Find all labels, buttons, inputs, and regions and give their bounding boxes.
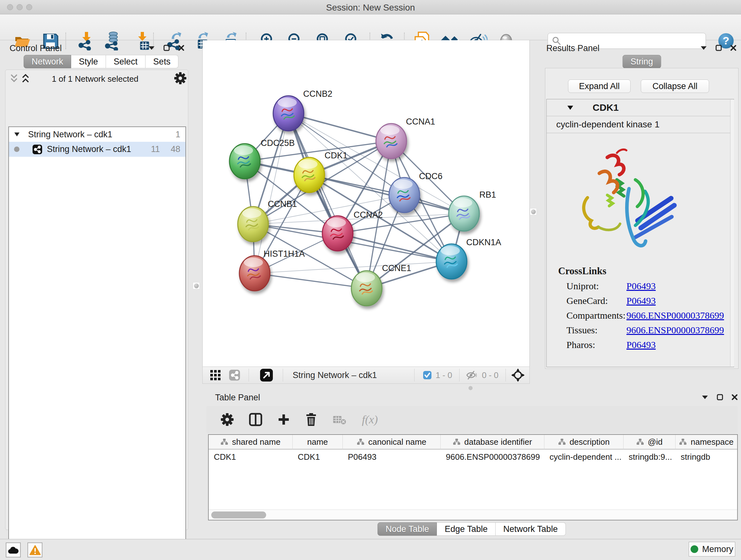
crosslink-link[interactable]: 9606.ENSP00000378699 bbox=[626, 325, 724, 335]
results-scrollbar[interactable] bbox=[730, 100, 734, 367]
table-toolbar: f(x) bbox=[206, 406, 738, 433]
network-node-CCNA1[interactable] bbox=[376, 124, 407, 159]
network-options-button[interactable] bbox=[174, 72, 186, 85]
crosslink-link[interactable]: P06493 bbox=[626, 281, 656, 292]
right-splitter-handle[interactable] bbox=[530, 208, 537, 215]
gene-description: cyclin-dependent kinase 1 bbox=[547, 116, 734, 133]
table-cell[interactable]: stringdb:9... bbox=[623, 449, 676, 464]
tab-node-table[interactable]: Node Table bbox=[378, 522, 437, 536]
network-node-RB1[interactable] bbox=[449, 196, 479, 231]
column-header[interactable]: canonical name bbox=[343, 435, 441, 449]
table-cell[interactable]: P06493 bbox=[343, 449, 441, 464]
left-splitter-handle[interactable] bbox=[193, 282, 200, 289]
network-node-label-CDK1: CDK1 bbox=[325, 151, 347, 160]
tab-style[interactable]: Style bbox=[71, 55, 106, 68]
panel-close-icon[interactable] bbox=[730, 45, 737, 51]
panel-maximize-icon[interactable] bbox=[163, 45, 170, 51]
tab-network[interactable]: Network bbox=[23, 55, 71, 68]
memory-button[interactable]: Memory bbox=[689, 542, 735, 557]
hidden-node-edge-counts: 0 - 0 bbox=[482, 370, 498, 380]
network-row-label: String Network – cdk1 bbox=[47, 144, 151, 154]
window-title: Session: New Session bbox=[0, 3, 741, 13]
delete-column-icon[interactable] bbox=[305, 413, 317, 426]
add-column-icon[interactable] bbox=[278, 414, 290, 426]
crosslink-row: Tissues: 9606.ENSP00000378699 bbox=[566, 323, 734, 337]
network-row-selected[interactable]: String Network – cdk1 11 48 bbox=[9, 142, 185, 157]
expand-all-button[interactable]: Expand All bbox=[568, 79, 630, 93]
cdk1-result-card: CDK1 cyclin-dependent kinase 1 CrossLink… bbox=[546, 99, 734, 367]
show-columns-icon[interactable] bbox=[249, 413, 262, 426]
tab-string[interactable]: String bbox=[623, 55, 661, 68]
network-edge-HIST1H1A-CCNE1[interactable] bbox=[255, 273, 367, 288]
network-node-CDC6[interactable] bbox=[389, 178, 420, 212]
share-view-icon[interactable] bbox=[229, 369, 240, 381]
control-panel: Control Panel Network Style Select Sets … bbox=[0, 40, 190, 539]
table-row[interactable]: CDK1 CDK1 P06493 9606.ENSP00000378699 cy… bbox=[209, 449, 737, 464]
warning-icon bbox=[29, 545, 41, 555]
crosslink-row: Compartments: 9606.ENSP00000378699 bbox=[566, 308, 734, 323]
table-cell[interactable]: stringdb bbox=[676, 449, 737, 464]
network-node-CDC25B[interactable] bbox=[229, 144, 260, 179]
table-cell[interactable]: cyclin-dependent ... bbox=[544, 449, 623, 464]
column-header[interactable]: shared name bbox=[209, 435, 293, 449]
table-cell[interactable]: CDK1 bbox=[293, 449, 343, 464]
panel-maximize-icon[interactable] bbox=[716, 45, 722, 51]
collapse-arrow-icon[interactable] bbox=[14, 132, 20, 137]
crosslink-link[interactable]: P06493 bbox=[626, 295, 656, 306]
table-options-gear-icon[interactable] bbox=[221, 413, 233, 426]
cdk1-card-header[interactable]: CDK1 bbox=[547, 99, 734, 116]
network-edge-CCNB2-CCNE1[interactable] bbox=[288, 113, 367, 288]
birdseye-crosshair-icon[interactable] bbox=[511, 368, 525, 382]
column-header[interactable]: name bbox=[293, 435, 343, 449]
table-horizontal-scrollbar[interactable] bbox=[209, 509, 737, 520]
panel-float-icon[interactable] bbox=[701, 395, 709, 399]
collapse-all-button[interactable]: Collapse All bbox=[641, 79, 709, 93]
attribute-tree-icon bbox=[453, 438, 461, 445]
warnings-button[interactable] bbox=[27, 543, 43, 557]
panel-float-icon[interactable] bbox=[700, 46, 707, 50]
tab-edge-table[interactable]: Edge Table bbox=[437, 522, 495, 536]
panel-float-icon[interactable] bbox=[148, 46, 155, 50]
tab-network-table[interactable]: Network Table bbox=[495, 522, 566, 536]
crosslink-link[interactable]: 9606.ENSP00000378699 bbox=[626, 310, 724, 321]
network-canvas[interactable]: CCNB2CCNA1CDC25BCDK1CDC6RB1CCNB1CCNA2CDK… bbox=[202, 40, 530, 367]
detach-view-icon[interactable] bbox=[260, 368, 273, 382]
memory-label: Memory bbox=[702, 544, 733, 554]
node-table: shared name name canonical name database… bbox=[208, 434, 738, 520]
network-node-CDK1[interactable] bbox=[294, 158, 325, 192]
table-cell[interactable]: CDK1 bbox=[209, 449, 293, 464]
hidden-eye-icon[interactable] bbox=[466, 370, 478, 380]
network-collection-row[interactable]: String Network – cdk1 1 bbox=[9, 127, 185, 142]
network-node-CCNE1[interactable] bbox=[351, 271, 382, 306]
panel-maximize-icon[interactable] bbox=[717, 394, 723, 400]
tab-select[interactable]: Select bbox=[106, 55, 145, 68]
network-node-CCNB2[interactable] bbox=[273, 96, 304, 131]
network-node-HIST1H1A[interactable] bbox=[239, 256, 270, 291]
network-node-CDKN1A[interactable] bbox=[436, 244, 467, 279]
cloud-tasks-button[interactable] bbox=[6, 543, 21, 557]
crosslink-label: GeneCard: bbox=[566, 295, 626, 306]
column-header[interactable]: database identifier bbox=[441, 435, 544, 449]
crosslink-link[interactable]: P06493 bbox=[626, 339, 656, 350]
selected-checkbox-icon[interactable] bbox=[423, 371, 432, 380]
network-node-label-CCNA2: CCNA2 bbox=[354, 210, 383, 220]
network-node-label-RB1: RB1 bbox=[479, 190, 496, 199]
network-node-label-CDC6: CDC6 bbox=[419, 172, 443, 181]
network-node-CCNB1[interactable] bbox=[238, 206, 268, 242]
tab-sets[interactable]: Sets bbox=[145, 55, 179, 68]
table-cell[interactable]: 9606.ENSP00000378699 bbox=[441, 449, 544, 464]
table-tabs: Node Table Edge Table Network Table bbox=[202, 522, 741, 536]
collapse-arrow-icon[interactable] bbox=[567, 105, 574, 110]
column-header[interactable]: namespace bbox=[676, 435, 737, 449]
network-node-CCNA2[interactable] bbox=[322, 216, 353, 251]
table-panel-title: Table Panel bbox=[215, 393, 260, 402]
panel-close-icon[interactable] bbox=[731, 394, 738, 400]
scrollbar-thumb[interactable] bbox=[211, 511, 266, 518]
horizontal-splitter-handle[interactable] bbox=[468, 386, 473, 390]
grid-view-icon[interactable] bbox=[210, 369, 221, 381]
memory-status-dot bbox=[690, 545, 698, 553]
column-header[interactable]: description bbox=[544, 435, 623, 449]
panel-close-icon[interactable] bbox=[178, 45, 185, 51]
control-panel-title: Control Panel bbox=[10, 44, 62, 53]
column-header[interactable]: @id bbox=[623, 435, 676, 449]
